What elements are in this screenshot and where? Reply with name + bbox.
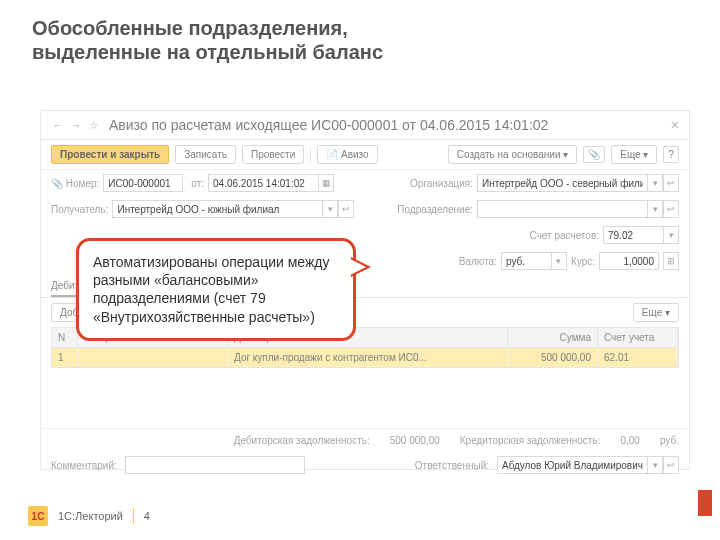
debit-total-value: 500 000,00 xyxy=(390,435,440,446)
cell-sum[interactable]: 500 000,00 xyxy=(508,348,598,367)
number-label: 📎 Номер: xyxy=(51,178,99,189)
more-button[interactable]: Еще ▾ xyxy=(611,145,657,164)
table-row[interactable]: 1 Дог купли-продажи с контрагентом ИС0..… xyxy=(51,348,679,368)
recipient-field[interactable] xyxy=(112,200,322,218)
slide-footer: 1C 1С:Лекторий 4 xyxy=(28,506,150,526)
main-toolbar: Провести и закрыть Записать Провести 📄 А… xyxy=(41,140,689,170)
division-label: Подразделение: xyxy=(397,204,473,215)
close-icon[interactable]: × xyxy=(671,117,679,133)
col-account: Счет учета xyxy=(598,328,678,347)
avizo-label: Авизо xyxy=(341,149,369,160)
rate-calc-icon[interactable]: ⊞ xyxy=(663,252,679,270)
responsible-open-icon[interactable]: ↩ xyxy=(663,456,679,474)
account-picker-icon[interactable]: ▾ xyxy=(663,226,679,244)
save-button[interactable]: Записать xyxy=(175,145,236,164)
totals-row: Дебиторская задолженность: 500 000,00 Кр… xyxy=(41,428,689,452)
table-more-label: Еще xyxy=(642,307,662,318)
cell-contract[interactable]: Дог купли-продажи с контрагентом ИС0... xyxy=(228,348,508,367)
logo-icon: 1C xyxy=(28,506,48,526)
attach-icon[interactable]: 📎 xyxy=(583,146,605,163)
division-picker-icon[interactable]: ▾ xyxy=(647,200,663,218)
date-field[interactable] xyxy=(208,174,318,192)
cell-n: 1 xyxy=(52,348,78,367)
post-button[interactable]: Провести xyxy=(242,145,304,164)
credit-total-value: 0,00 xyxy=(620,435,639,446)
recipient-picker-icon[interactable]: ▾ xyxy=(322,200,338,218)
slide-title: Обособленные подразделения, выделенные н… xyxy=(0,0,720,68)
currency-field[interactable] xyxy=(501,252,551,270)
credit-total-label: Кредиторская задолженность: xyxy=(460,435,601,446)
currency-picker-icon[interactable]: ▾ xyxy=(551,252,567,270)
recipient-label: Получатель: xyxy=(51,204,108,215)
create-based-label: Создать на основании xyxy=(457,149,561,160)
avizo-button[interactable]: 📄 Авизо xyxy=(317,145,377,164)
recipient-open-icon[interactable]: ↩ xyxy=(338,200,354,218)
division-open-icon[interactable]: ↩ xyxy=(663,200,679,218)
comment-field[interactable] xyxy=(125,456,305,474)
org-picker-icon[interactable]: ▾ xyxy=(647,174,663,192)
responsible-field[interactable] xyxy=(497,456,647,474)
window-title: Авизо по расчетам исходящее ИС00-000001 … xyxy=(109,117,671,133)
create-based-button[interactable]: Создать на основании ▾ xyxy=(448,145,578,164)
bookmark-icon xyxy=(698,490,712,516)
account-label: Счет расчетов: xyxy=(530,230,599,241)
star-icon[interactable]: ☆ xyxy=(87,118,101,132)
table-more-button[interactable]: Еще ▾ xyxy=(633,303,679,322)
division-field[interactable] xyxy=(477,200,647,218)
back-icon[interactable]: ← xyxy=(51,118,65,132)
callout-bubble: Автоматизированы операции между разными … xyxy=(76,238,356,341)
org-open-icon[interactable]: ↩ xyxy=(663,174,679,192)
page-number: 4 xyxy=(144,510,150,522)
rate-field[interactable] xyxy=(599,252,659,270)
number-field[interactable] xyxy=(103,174,183,192)
currency-label: Валюта: xyxy=(459,256,497,267)
org-label: Организация: xyxy=(410,178,473,189)
col-sum: Сумма xyxy=(508,328,598,347)
help-button[interactable]: ? xyxy=(663,146,679,163)
titlebar: ← → ☆ Авизо по расчетам исходящее ИС00-0… xyxy=(41,111,689,140)
org-field[interactable] xyxy=(477,174,647,192)
save-close-button[interactable]: Провести и закрыть xyxy=(51,145,169,164)
cell-account[interactable]: 62.01 xyxy=(598,348,678,367)
account-field[interactable] xyxy=(603,226,663,244)
date-label: от: xyxy=(191,178,204,189)
footer-brand: 1С:Лекторий xyxy=(58,510,123,522)
more-label: Еще xyxy=(620,149,640,160)
cell-counterparty[interactable] xyxy=(78,348,228,367)
calendar-icon[interactable]: ▦ xyxy=(318,174,334,192)
rate-label: Курс: xyxy=(571,256,595,267)
forward-icon[interactable]: → xyxy=(69,118,83,132)
totals-currency: руб. xyxy=(660,435,679,446)
responsible-picker-icon[interactable]: ▾ xyxy=(647,456,663,474)
comment-label: Комментарий: xyxy=(51,460,117,471)
responsible-label: Ответственный: xyxy=(415,460,489,471)
col-n: N xyxy=(52,328,78,347)
debit-total-label: Дебиторская задолженность: xyxy=(234,435,370,446)
